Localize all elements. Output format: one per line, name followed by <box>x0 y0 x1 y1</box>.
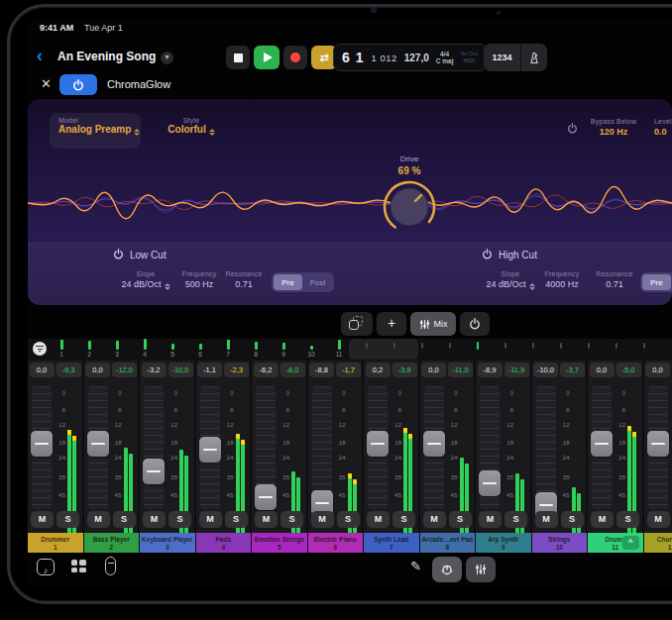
scale-label: 24 <box>501 455 513 461</box>
scale-label: 0 <box>613 390 625 396</box>
fader-handle[interactable] <box>647 431 669 457</box>
mute-button[interactable]: M <box>535 511 558 528</box>
mute-button[interactable]: M <box>87 511 110 528</box>
solo-button[interactable]: S <box>392 511 415 528</box>
track-name-tab[interactable]: Arp Synth9 <box>476 533 531 553</box>
peak-value[interactable]: -3,7 <box>560 362 585 377</box>
peak-value[interactable]: -5,0 <box>616 362 641 377</box>
scale-label: 6 <box>613 407 625 413</box>
solo-button[interactable]: S <box>225 511 248 528</box>
peak-value[interactable]: -12,0 <box>112 362 137 377</box>
track-name-tab[interactable]: Synth Lead7 <box>364 533 419 553</box>
fader-handle[interactable] <box>199 437 221 463</box>
fader-handle[interactable] <box>31 431 53 457</box>
track-name-tab[interactable]: Keyboard Player3 <box>140 533 195 553</box>
solo-button[interactable]: S <box>616 511 639 528</box>
track-name-tab[interactable]: Drummer1 <box>28 533 83 553</box>
scale-label: 0 <box>109 390 122 396</box>
mute-button[interactable]: M <box>255 511 278 528</box>
mixer-view-button[interactable] <box>466 557 496 582</box>
peak-value[interactable]: -10,0 <box>168 362 193 377</box>
track-name-tab[interactable]: Electric Piano6 <box>308 533 364 553</box>
volume-value[interactable]: -3,2 <box>142 362 167 377</box>
mute-button[interactable]: M <box>479 511 502 528</box>
solo-button[interactable]: S <box>504 511 527 528</box>
scale-label: 12 <box>165 422 177 428</box>
peak-value[interactable]: -9,3 <box>56 362 81 377</box>
track-number: 9 <box>476 544 531 552</box>
fader-handle[interactable] <box>591 431 613 457</box>
mute-button[interactable]: M <box>199 511 222 528</box>
expand-channel-button[interactable]: ^ <box>622 536 639 550</box>
mute-button[interactable]: M <box>367 511 390 528</box>
scale-label: 45 <box>165 492 177 498</box>
channel-strip-2: 0,0-12,0061218243545MSBass Player2 <box>84 361 140 553</box>
solo-button[interactable]: S <box>449 511 472 528</box>
mute-button[interactable]: M <box>31 511 54 528</box>
solo-button[interactable]: S <box>113 511 136 528</box>
fader-handle[interactable] <box>367 431 389 457</box>
fader-handle[interactable] <box>143 459 165 484</box>
volume-value[interactable]: 0,2 <box>366 362 391 377</box>
peak-value[interactable]: -2,3 <box>224 362 249 377</box>
scale-label: 18 <box>109 440 122 446</box>
scale-label: 45 <box>557 492 570 498</box>
fader-line-icon <box>108 563 114 564</box>
track-name-tab[interactable]: Bass Player2 <box>84 533 140 553</box>
track-name-tab[interactable]: Strings10 <box>532 533 588 553</box>
peak-value[interactable]: -1,7 <box>336 362 361 377</box>
peak-value[interactable]: -3,9 <box>392 362 417 377</box>
fader-handle[interactable] <box>87 431 109 457</box>
scale-label: 35 <box>221 474 234 480</box>
scale-label: 45 <box>445 492 458 498</box>
volume-value[interactable]: -1,1 <box>197 362 222 377</box>
peak-value[interactable]: -8,0 <box>280 362 305 377</box>
mute-button[interactable]: M <box>423 511 446 528</box>
peak-value[interactable]: -11,9 <box>504 362 529 377</box>
scale-label: 6 <box>557 407 570 413</box>
volume-value[interactable]: 0,0 <box>590 362 615 377</box>
solo-button[interactable]: S <box>56 511 79 528</box>
track-name-tab[interactable]: Emotion Strings5 <box>252 533 307 553</box>
scale-label: 18 <box>389 440 401 446</box>
track-name: Electric Piano <box>308 536 364 544</box>
scale-label: 0 <box>277 390 289 396</box>
controls-view-button[interactable] <box>432 557 462 582</box>
mute-button[interactable]: M <box>647 511 670 528</box>
plugin-tiles-button[interactable] <box>71 560 87 574</box>
fader-handle[interactable] <box>479 470 501 496</box>
volume-value[interactable]: 0,0 <box>30 362 55 377</box>
track-name-tab[interactable]: Chorus V12 <box>644 533 672 553</box>
faders-icon <box>475 564 487 575</box>
volume-value[interactable]: -8,8 <box>309 362 334 377</box>
volume-value[interactable]: -8,9 <box>478 362 503 377</box>
scale-label: 24 <box>669 455 672 461</box>
volume-value[interactable]: -10,0 <box>533 362 558 377</box>
fader-handle[interactable] <box>255 484 277 510</box>
track-name-tab[interactable]: Pads4 <box>196 533 252 553</box>
solo-button[interactable]: S <box>337 511 360 528</box>
track-name: Bass Player <box>84 536 140 544</box>
solo-button[interactable]: S <box>168 511 191 528</box>
meter-peak-yellow <box>403 428 407 433</box>
edit-pencil-icon[interactable]: ✎ <box>410 559 421 573</box>
mute-button[interactable]: M <box>591 511 614 528</box>
fader-handle[interactable] <box>423 431 445 457</box>
volume-value[interactable]: 0,0 <box>645 362 670 377</box>
scale-label: 24 <box>277 455 289 461</box>
mute-button[interactable]: M <box>311 511 334 528</box>
scale-label: 12 <box>445 422 458 428</box>
track-number: 4 <box>196 544 252 552</box>
volume-value[interactable]: 0,0 <box>421 362 446 377</box>
meter-peak-yellow <box>353 479 357 484</box>
track-name-tab[interactable]: Arcade…eet Pad8 <box>420 533 476 553</box>
peak-value[interactable]: -11,0 <box>448 362 473 377</box>
volume-value[interactable]: -6,2 <box>254 362 279 377</box>
mute-button[interactable]: M <box>143 511 166 528</box>
solo-button[interactable]: S <box>561 511 584 528</box>
solo-button[interactable]: S <box>280 511 303 528</box>
fader-controller-button[interactable] <box>105 557 116 575</box>
screen: 9:41 AM Tue Apr 1 ‹ An Evening Song ▾ ⇄ … <box>28 20 672 586</box>
volume-value[interactable]: 0,0 <box>85 362 110 377</box>
browser-button[interactable]: ♪ <box>37 559 55 575</box>
